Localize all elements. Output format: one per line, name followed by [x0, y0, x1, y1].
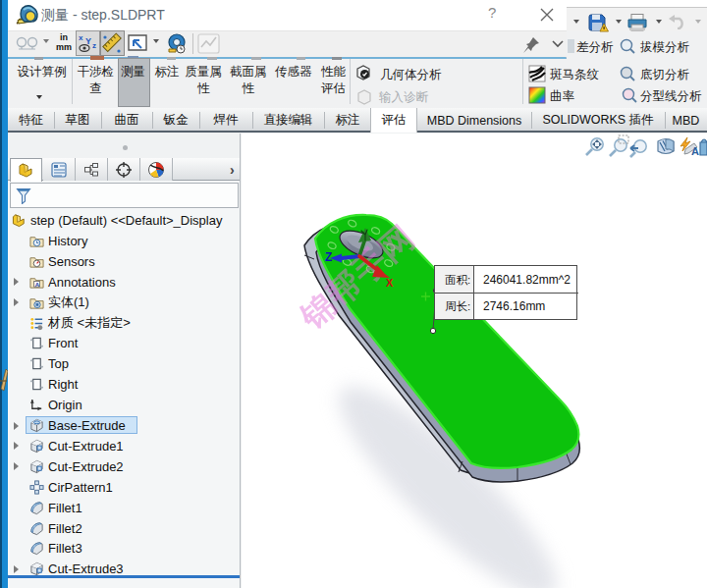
svg-text:X: X: [386, 277, 394, 289]
svg-text:Z: Z: [325, 250, 332, 264]
svg-text:x: x: [79, 33, 83, 42]
svg-text:A: A: [35, 281, 40, 288]
svg-text:A: A: [691, 145, 699, 157]
svg-text:z: z: [92, 41, 96, 50]
